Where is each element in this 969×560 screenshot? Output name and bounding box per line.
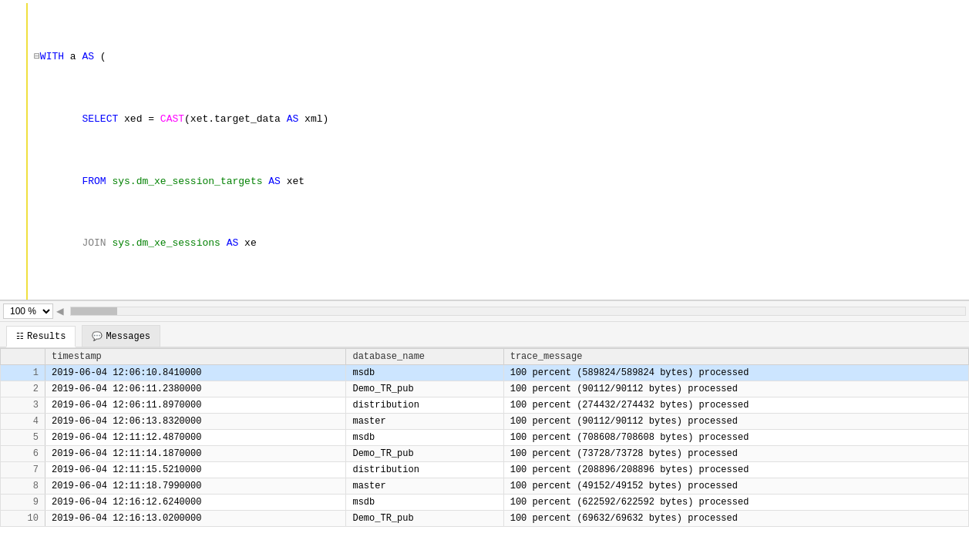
cell-rownum: 3 xyxy=(1,397,45,414)
table-row[interactable]: 72019-06-04 12:11:15.5210000distribution… xyxy=(1,462,969,478)
cell-trace-message: 100 percent (90112/90112 bytes) processe… xyxy=(503,414,968,430)
cell-database-name: distribution xyxy=(346,462,503,478)
table-row[interactable]: 52019-06-04 12:11:12.4870000msdb100 perc… xyxy=(1,430,969,446)
table-row[interactable]: 82019-06-04 12:11:18.7990000master100 pe… xyxy=(1,478,969,495)
cell-timestamp: 2019-06-04 12:11:15.5210000 xyxy=(45,462,345,478)
col-header-trace-message[interactable]: trace_message xyxy=(503,349,968,365)
table-row[interactable]: 102019-06-04 12:16:13.0200000Demo_TR_pub… xyxy=(1,511,969,527)
cell-timestamp: 2019-06-04 12:06:13.8320000 xyxy=(45,414,345,430)
table-row[interactable]: 22019-06-04 12:06:11.2380000Demo_TR_pub1… xyxy=(1,381,969,397)
table-row[interactable]: 42019-06-04 12:06:13.8320000master100 pe… xyxy=(1,414,969,430)
grid-icon: ☷ xyxy=(16,331,24,341)
tab-messages[interactable]: 💬 Messages xyxy=(82,325,160,347)
col-header-timestamp[interactable]: timestamp xyxy=(45,349,345,365)
cell-database-name: Demo_TR_pub xyxy=(346,446,503,462)
editor-area: ⊟WITH a AS ( SELECT xed = CAST(xet.targe… xyxy=(0,0,969,300)
tab-results-label: Results xyxy=(27,331,66,342)
cell-rownum: 2 xyxy=(1,381,45,397)
cell-database-name: msdb xyxy=(346,430,503,446)
table-row[interactable]: 32019-06-04 12:06:11.8970000distribution… xyxy=(1,397,969,414)
cell-rownum: 8 xyxy=(1,478,45,495)
code-container: ⊟WITH a AS ( SELECT xed = CAST(xet.targe… xyxy=(0,0,969,300)
table-row[interactable]: 12019-06-04 12:06:10.8410000msdb100 perc… xyxy=(1,365,969,381)
cell-rownum: 9 xyxy=(1,495,45,511)
cell-timestamp: 2019-06-04 12:11:14.1870000 xyxy=(45,446,345,462)
cell-rownum: 10 xyxy=(1,511,45,527)
cell-trace-message: 100 percent (73728/73728 bytes) processe… xyxy=(503,446,968,462)
cell-timestamp: 2019-06-04 12:11:12.4870000 xyxy=(45,430,345,446)
col-header-rownum xyxy=(1,349,45,365)
table-row[interactable]: 62019-06-04 12:11:14.1870000Demo_TR_pub1… xyxy=(1,446,969,462)
cell-timestamp: 2019-06-04 12:16:12.6240000 xyxy=(45,495,345,511)
cell-trace-message: 100 percent (622592/622592 bytes) proces… xyxy=(503,495,968,511)
code-line: ON (xe.address = xet.event_session_addre… xyxy=(34,298,963,300)
cell-trace-message: 100 percent (708608/708608 bytes) proces… xyxy=(503,430,968,446)
tab-messages-label: Messages xyxy=(106,331,150,342)
cell-rownum: 5 xyxy=(1,430,45,446)
cell-trace-message: 100 percent (90112/90112 bytes) processe… xyxy=(503,381,968,397)
cell-timestamp: 2019-06-04 12:06:11.2380000 xyxy=(45,381,345,397)
cell-rownum: 4 xyxy=(1,414,45,430)
scroll-left-button[interactable]: ◀ xyxy=(56,303,64,319)
status-bar: 100 % ◀ xyxy=(0,300,969,322)
cell-database-name: msdb xyxy=(346,495,503,511)
main-layout: ⊟WITH a AS ( SELECT xed = CAST(xet.targe… xyxy=(0,0,969,560)
results-table: timestamp database_name trace_message 12… xyxy=(0,348,969,527)
cell-rownum: 6 xyxy=(1,446,45,462)
cell-database-name: distribution xyxy=(346,397,503,414)
cell-timestamp: 2019-06-04 12:16:13.0200000 xyxy=(45,511,345,527)
cell-database-name: msdb xyxy=(346,365,503,381)
code-line: SELECT xed = CAST(xet.target_data AS xml… xyxy=(34,112,963,127)
cell-timestamp: 2019-06-04 12:11:18.7990000 xyxy=(45,478,345,495)
cell-database-name: master xyxy=(346,414,503,430)
tabs-bar: ☷ Results 💬 Messages xyxy=(0,322,969,348)
zoom-select[interactable]: 100 % xyxy=(3,303,53,319)
cell-trace-message: 100 percent (69632/69632 bytes) processe… xyxy=(503,511,968,527)
cell-trace-message: 100 percent (49152/49152 bytes) processe… xyxy=(503,478,968,495)
cell-trace-message: 100 percent (208896/208896 bytes) proces… xyxy=(503,462,968,478)
cell-rownum: 1 xyxy=(1,365,45,381)
tab-results[interactable]: ☷ Results xyxy=(6,326,76,347)
results-area[interactable]: timestamp database_name trace_message 12… xyxy=(0,348,969,560)
table-header-row: timestamp database_name trace_message xyxy=(1,349,969,365)
cell-timestamp: 2019-06-04 12:06:10.8410000 xyxy=(45,365,345,381)
code-line: FROM sys.dm_xe_session_targets AS xet xyxy=(34,174,963,189)
cell-trace-message: 100 percent (589824/589824 bytes) proces… xyxy=(503,365,968,381)
cell-timestamp: 2019-06-04 12:06:11.8970000 xyxy=(45,397,345,414)
cell-trace-message: 100 percent (274432/274432 bytes) proces… xyxy=(503,397,968,414)
cell-database-name: master xyxy=(346,478,503,495)
horizontal-scrollbar[interactable] xyxy=(70,307,966,316)
cell-rownum: 7 xyxy=(1,462,45,478)
cell-database-name: Demo_TR_pub xyxy=(346,381,503,397)
col-header-database-name[interactable]: database_name xyxy=(346,349,503,365)
table-row[interactable]: 92019-06-04 12:16:12.6240000msdb100 perc… xyxy=(1,495,969,511)
msg-icon: 💬 xyxy=(92,331,103,341)
code-line: JOIN sys.dm_xe_sessions AS xe xyxy=(34,236,963,251)
line-numbers xyxy=(0,3,28,300)
code-line: ⊟WITH a AS ( xyxy=(34,49,963,65)
code-content[interactable]: ⊟WITH a AS ( SELECT xed = CAST(xet.targe… xyxy=(28,3,969,300)
cell-database-name: Demo_TR_pub xyxy=(346,511,503,527)
